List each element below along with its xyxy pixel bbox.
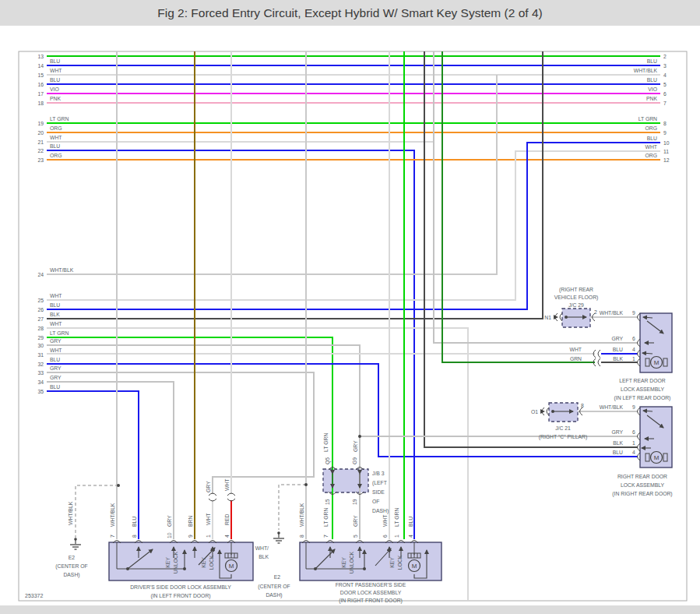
motor-label: M bbox=[654, 454, 660, 461]
diagram-label: 24 bbox=[37, 272, 44, 277]
diagram-label: WHT/BLK bbox=[299, 503, 304, 527]
diagram-label: 9 bbox=[632, 404, 635, 410]
diagram-label: DOOR LOCK ASSEMBLY bbox=[340, 590, 402, 595]
wire-35-blu bbox=[47, 391, 139, 539]
diagram-label: 12 bbox=[663, 157, 670, 163]
diagram-label: GRY bbox=[611, 429, 623, 435]
diagram-label: (LEFT bbox=[372, 480, 387, 486]
junction-dot bbox=[363, 567, 366, 570]
wiring-diagram: MMMM 25337213141516171819202122232425262… bbox=[0, 0, 700, 614]
diagram-label: (IN RIGHT FRONT DOOR) bbox=[339, 598, 403, 604]
diagram-label: 15 bbox=[37, 72, 44, 78]
diagram-label: UNLOCK bbox=[173, 551, 178, 573]
diagram-label: 16 bbox=[37, 82, 44, 87]
junction-dot bbox=[304, 483, 308, 486]
wire-27-blk bbox=[47, 51, 543, 319]
diagram-label: 4 bbox=[224, 535, 230, 538]
diagram-label: ORG bbox=[645, 125, 657, 131]
diagram-label: (CENTER OF bbox=[258, 584, 290, 590]
diagram-label: BLU bbox=[613, 450, 623, 455]
diagram-label: BLU bbox=[50, 302, 60, 308]
motor-label: M bbox=[654, 359, 660, 366]
diagram-label: DASH) bbox=[372, 508, 389, 514]
diagram-label: 3 bbox=[663, 63, 667, 69]
diagram-label: GRY bbox=[50, 338, 62, 344]
diagram-label: WHT/BLK bbox=[634, 68, 658, 73]
diagram-label: BLU bbox=[50, 143, 60, 149]
diagram-label: 15 bbox=[325, 499, 330, 505]
diagram-label: Q5 bbox=[325, 457, 331, 464]
diagram-label: 4 bbox=[632, 450, 635, 455]
diagram-label: E2 bbox=[69, 555, 76, 560]
diagram-label: WHT bbox=[50, 321, 62, 326]
diagram-label: E2 bbox=[274, 574, 281, 580]
diagram-label: 11 bbox=[663, 149, 669, 154]
diagram-label: UNLOCK bbox=[349, 551, 354, 573]
diagram-label: 7 bbox=[110, 535, 115, 538]
diagram-label: BLK bbox=[613, 440, 623, 446]
diagram-label: 29 bbox=[37, 335, 44, 341]
diagram-label: 35 bbox=[37, 389, 44, 394]
diagram-label: 8 bbox=[663, 121, 667, 126]
diagram-label: 27 bbox=[37, 316, 44, 322]
drop-blk-rightrear bbox=[424, 51, 638, 447]
diagram-label: BLU bbox=[647, 58, 657, 64]
diagram-label: 18 bbox=[37, 101, 44, 106]
diagram-label: 1 bbox=[206, 535, 211, 538]
diagram-label: PNK bbox=[646, 96, 657, 101]
diagram-label: 10 bbox=[663, 140, 670, 146]
diagram-label: (RIGHT REAR bbox=[559, 287, 593, 293]
diagram-label: BLU bbox=[50, 384, 60, 390]
diagram-label: 30 bbox=[37, 343, 44, 348]
diagram-label: LOCK bbox=[397, 555, 403, 570]
diagram-label: (IN RIGHT REAR DOOR) bbox=[612, 491, 672, 497]
diagram-label: KEY bbox=[389, 557, 395, 568]
diagram-label: 5 bbox=[663, 82, 667, 87]
diagram-label: 8 bbox=[132, 535, 137, 538]
diagram-label: BLK bbox=[259, 554, 269, 559]
diagram-label: J/C 21 bbox=[555, 425, 571, 431]
diagram-label: WHT bbox=[206, 513, 211, 525]
diagram-label: GRY bbox=[353, 440, 358, 452]
diagram-label: WHT/BLK bbox=[110, 503, 115, 527]
diagram-label: GRY bbox=[353, 515, 358, 527]
wire-30-gry bbox=[47, 345, 360, 539]
diagram-label: 26 bbox=[37, 307, 44, 312]
diagram-label: PNK bbox=[50, 96, 61, 101]
diagram-label: 14 bbox=[37, 63, 44, 69]
diagram-label: BLU bbox=[50, 58, 60, 64]
diagram-label: ORG bbox=[645, 153, 657, 158]
diagram-label: 23 bbox=[37, 157, 44, 163]
diagram-label: 19 bbox=[37, 121, 44, 126]
diagram-label: 8 bbox=[299, 535, 304, 538]
diagram-label: 20 bbox=[37, 130, 44, 136]
diagram-label: 28 bbox=[37, 326, 44, 331]
diagram-label: LT GRN bbox=[638, 116, 657, 122]
diagram-label: (IN LEFT REAR DOOR) bbox=[614, 395, 671, 401]
diagram-label: 2 bbox=[663, 54, 667, 59]
diagram-label: DRIVER'S SIDE DOOR LOCK ASSEMBLY bbox=[130, 584, 231, 590]
wire-29-ltgrn bbox=[47, 337, 332, 539]
diagram-label: LT GRN bbox=[323, 508, 329, 527]
junction-dot bbox=[126, 567, 129, 570]
diagram-label: VIO bbox=[648, 86, 657, 92]
jb3-box bbox=[323, 469, 368, 492]
diagram-label: DASH) bbox=[266, 592, 282, 598]
diagram-label: 1 bbox=[632, 440, 635, 446]
diagram-label: FRONT PASSENGER'S SIDE bbox=[336, 582, 406, 588]
passenger-door-lock-box bbox=[300, 542, 441, 580]
diagram-label: BLU bbox=[408, 517, 413, 527]
diagram-label: WHT bbox=[50, 293, 62, 298]
diagram-label: BLU bbox=[132, 517, 137, 527]
diagram-label: VIO bbox=[50, 86, 59, 92]
wire-25-wht bbox=[47, 151, 660, 300]
diagram-label: 17 bbox=[37, 91, 44, 97]
motor-label: M bbox=[412, 563, 417, 570]
diagram-label: KEY bbox=[201, 557, 206, 568]
screenshot-root: Fig 2: Forced Entry Circuit, Except Hybr… bbox=[0, 0, 700, 614]
diagram-label: 1 bbox=[632, 356, 635, 362]
diagram-label: 4 bbox=[663, 72, 667, 78]
diagram-label: 21 bbox=[37, 139, 44, 145]
diagram-label: 9 bbox=[632, 310, 635, 316]
junction-dot bbox=[565, 316, 568, 319]
